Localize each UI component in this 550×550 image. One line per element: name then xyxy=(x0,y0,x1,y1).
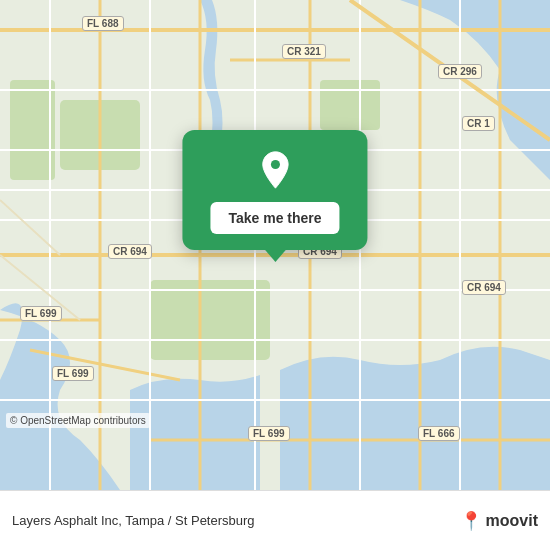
svg-rect-3 xyxy=(150,280,270,360)
map-container: FL 688 CR 321 CR 296 CR 1 CR 694 CR 694 … xyxy=(0,0,550,490)
moovit-logo: 📍 moovit xyxy=(460,510,538,532)
road-label-cr321: CR 321 xyxy=(282,44,326,59)
map-attribution: © OpenStreetMap contributors xyxy=(6,413,150,428)
road-label-fl699-c: FL 699 xyxy=(248,426,290,441)
svg-rect-4 xyxy=(320,80,380,130)
take-me-there-button[interactable]: Take me there xyxy=(210,202,339,234)
road-label-fl688: FL 688 xyxy=(82,16,124,31)
svg-rect-2 xyxy=(10,80,55,180)
bottom-bar: Layers Asphalt Inc, Tampa / St Petersbur… xyxy=(0,490,550,550)
svg-point-31 xyxy=(270,160,279,169)
road-label-fl666: FL 666 xyxy=(418,426,460,441)
road-label-cr1: CR 1 xyxy=(462,116,495,131)
road-label-fl699-a: FL 699 xyxy=(20,306,62,321)
road-label-cr694-right: CR 694 xyxy=(462,280,506,295)
road-label-cr694-left: CR 694 xyxy=(108,244,152,259)
road-label-fl699-b: FL 699 xyxy=(52,366,94,381)
moovit-pin-icon: 📍 xyxy=(460,510,482,532)
road-label-cr296: CR 296 xyxy=(438,64,482,79)
location-popup: Take me there xyxy=(182,130,367,250)
location-name: Layers Asphalt Inc, Tampa / St Petersbur… xyxy=(12,513,255,528)
moovit-brand-text: moovit xyxy=(486,512,538,530)
popup-pin-icon xyxy=(253,148,297,192)
